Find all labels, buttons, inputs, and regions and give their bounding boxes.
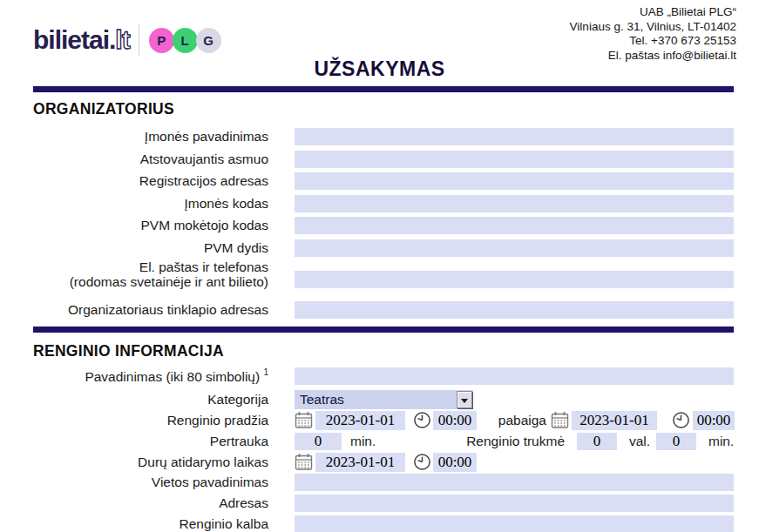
duration-hours-field[interactable]: 0 (577, 433, 617, 450)
vat-rate-field[interactable] (295, 239, 734, 257)
vat-code-label: PVM mokėtojo kodas (0, 218, 268, 233)
event-name-label: Pavadinimas (iki 80 simbolių) 1 (0, 367, 268, 384)
form-row: Renginio kalba (0, 515, 734, 532)
website-field[interactable] (295, 301, 734, 319)
section-divider (33, 86, 734, 92)
organizer-heading: ORGANIZATORIUS (33, 100, 174, 118)
form-row: Adresas (0, 495, 734, 512)
duration-label: Renginio trukmė (436, 434, 565, 449)
duration-hours-unit-label: val. (629, 434, 650, 449)
break-label: Pertrauka (0, 434, 268, 449)
form-row: Durų atidarymo laikas 2023-01-01 00:00 (0, 453, 734, 472)
form-row: Registracijos adresas (0, 172, 734, 190)
form-row: Pertrauka 0 min. Renginio trukmė 0 val. … (0, 433, 734, 450)
chevron-down-icon[interactable] (457, 391, 472, 408)
end-date-field[interactable]: 2023-01-01 (572, 411, 657, 430)
break-minutes-field[interactable]: 0 (295, 433, 342, 450)
category-label: Kategorija (0, 392, 268, 407)
calendar-icon[interactable] (295, 453, 313, 471)
event-name-footnote: 1 (263, 367, 268, 377)
venue-label: Vietos pavadinimas (0, 475, 268, 490)
doors-date-field[interactable]: 2023-01-01 (315, 453, 405, 472)
badge-l: L (173, 28, 198, 53)
event-name-field[interactable] (295, 367, 734, 385)
form-row: Renginio pradžia 2023-01-01 00:00 pabaig… (0, 411, 734, 430)
bilietai-logo: bilietai.lt P L G (33, 24, 221, 56)
category-value: Teatras (300, 390, 344, 409)
website-label: Organizatoriaus tinklapio adresas (0, 302, 268, 318)
company-code-label: Įmonės kodas (0, 196, 268, 212)
brand-outline: lt (115, 25, 129, 54)
language-field[interactable] (295, 515, 734, 532)
category-select[interactable]: Teatras (295, 390, 473, 409)
form-row: Įmonės pavadinimas (0, 128, 734, 145)
page-title: UŽSAKYMAS (0, 57, 759, 81)
badge-p: P (149, 28, 174, 53)
company-contact-block: UAB „Bilietai PLG“ Vilniaus g. 31, Vilni… (570, 5, 736, 63)
form-row: Organizatoriaus tinklapio adresas (0, 301, 734, 319)
form-row: Kategorija Teatras (0, 390, 734, 409)
vat-rate-label: PVM dydis (0, 240, 268, 256)
contact-address: Vilniaus g. 31, Vilnius, LT-01402 (570, 20, 736, 35)
representative-field[interactable] (295, 151, 734, 168)
brand-wordmark: bilietai.lt (33, 25, 130, 55)
language-label: Renginio kalba (0, 516, 268, 532)
calendar-icon[interactable] (295, 411, 313, 429)
end-label: pabaiga (471, 413, 546, 428)
duration-minutes-unit-label: min. (708, 434, 734, 449)
start-label: Renginio pradžia (0, 413, 268, 428)
start-date-field[interactable]: 2023-01-01 (315, 411, 405, 430)
form-row (0, 271, 734, 288)
form-row: Vietos pavadinimas (0, 474, 734, 491)
company-name-field[interactable] (295, 128, 734, 145)
form-row: PVM dydis (0, 239, 734, 257)
brand-solid: bilietai. (33, 25, 115, 54)
section-divider (33, 327, 734, 333)
badge-g: G (196, 28, 221, 53)
representative-label: Atstovaujantis asmuo (0, 152, 268, 167)
end-time-field[interactable]: 00:00 (693, 411, 735, 430)
clock-icon[interactable] (672, 411, 690, 429)
contact-phone: Tel. +370 673 25153 (570, 34, 736, 49)
address-field[interactable] (295, 495, 734, 512)
registration-address-field[interactable] (295, 172, 734, 190)
form-row: Įmonės kodas (0, 195, 734, 212)
contact-company: UAB „Bilietai PLG“ (570, 5, 736, 20)
clock-icon[interactable] (413, 453, 431, 471)
break-unit-label: min. (350, 434, 376, 449)
doors-label: Durų atidarymo laikas (0, 455, 268, 470)
registration-address-label: Registracijos adresas (0, 173, 268, 189)
form-row: Pavadinimas (iki 80 simbolių) 1 (0, 367, 734, 385)
venue-field[interactable] (295, 474, 734, 491)
email-phone-field[interactable] (295, 271, 734, 288)
duration-minutes-field[interactable]: 0 (656, 433, 696, 450)
company-code-field[interactable] (295, 195, 734, 212)
address-label: Adresas (0, 495, 268, 511)
logo-divider (139, 24, 139, 56)
clock-icon[interactable] (413, 411, 431, 429)
event-name-label-text: Pavadinimas (iki 80 simbolių) (85, 369, 260, 384)
form-row: Atstovaujantis asmuo (0, 151, 734, 168)
calendar-icon[interactable] (551, 411, 569, 429)
vat-code-field[interactable] (295, 217, 734, 234)
plg-badges: P L G (151, 28, 221, 53)
doors-time-field[interactable]: 00:00 (433, 453, 477, 472)
form-row: PVM mokėtojo kodas (0, 217, 734, 234)
event-heading: RENGINIO INFORMACIJA (33, 342, 224, 360)
company-name-label: Įmonės pavadinimas (0, 129, 268, 145)
order-form-page: bilietai.lt P L G UAB „Bilietai PLG“ Vil… (0, 0, 759, 532)
